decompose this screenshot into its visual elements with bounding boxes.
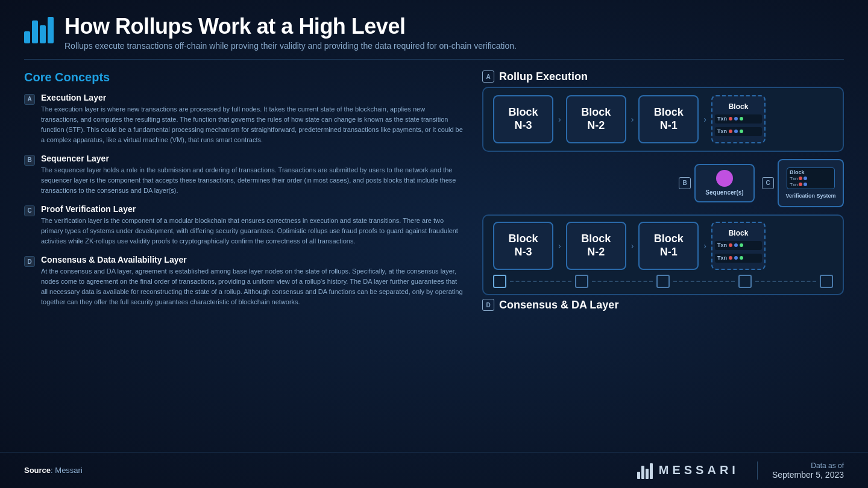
da-txn-label-1: Txn [717,242,727,249]
logo-bar-1 [24,31,30,43]
arrow-2: › [631,114,634,124]
page-title: How Rollups Work at a High Level [64,14,517,39]
da-indicator-2 [575,275,588,288]
verification-box: Block Txn Txn [778,159,844,207]
messari-bar-1 [637,472,640,479]
da-indicator-1 [493,275,506,288]
messari-bars [637,462,653,479]
main-content: Core Concepts A Execution Layer The exec… [24,70,844,444]
da-txn-label-2: Txn [717,255,727,261]
da-area: BlockN-3 › BlockN-2 › BlockN-1 › Block T… [482,214,844,295]
concept-label-c: C [24,205,35,216]
section-bc: B Sequencer(s) C Block [482,159,844,207]
da-block-n3: BlockN-3 [493,222,553,270]
verify-dot-b2 [804,183,807,186]
messari-bar-4 [650,463,653,479]
logo-bar-4 [48,17,54,43]
header: How Rollups Work at a High Level Rollups… [24,14,844,60]
concept-label-a: A [24,94,35,105]
concept-item-b: B Sequencer Layer The sequencer layer ho… [24,154,464,196]
concept-item-a: A Execution Layer The execution layer is… [24,93,464,145]
txn-dot-blue-2 [734,130,738,133]
da-arrow-1: › [558,241,561,251]
concept-content-b: Sequencer Layer The sequencer layer hold… [41,154,464,196]
section-b: B Sequencer(s) [482,159,755,207]
messari-bar-3 [646,469,649,479]
section-c-label: C [762,177,774,189]
concept-content-c: Proof Verification Layer The verificatio… [41,204,464,246]
concept-body-d: At the consensus and DA layer, agreement… [41,266,464,307]
footer-right: MESSARI Data as of September 5, 2023 [637,461,844,480]
da-block-current: Block Txn Txn [711,222,766,270]
concept-body-c: The verification layer is the component … [41,216,464,246]
txn-row-1: Txn [715,114,762,124]
da-block-label: Block [729,229,749,237]
txn-label-2: Txn [717,128,727,135]
section-d-header: D Consensus & DA Layer [482,299,844,311]
concept-heading-d: Consensus & Data Availability Layer [41,255,464,264]
da-line-3 [673,281,735,282]
txn-dot-green-2 [740,130,743,133]
section-d-title: Consensus & DA Layer [499,299,618,311]
concept-content-d: Consensus & Data Availability Layer At t… [41,255,464,307]
current-block-label: Block [729,102,749,111]
da-line-4 [755,281,817,282]
section-b-label: B [679,177,691,189]
concept-label-b: B [24,155,35,166]
concept-body-a: The execution layer is where new transac… [41,104,464,145]
arrow-3: › [703,114,706,124]
footer: Source: Messari MESSARI Data as of Septe… [0,452,868,488]
da-blocks-row: BlockN-3 › BlockN-2 › BlockN-1 › Block T… [493,222,833,270]
concept-label-d: D [24,256,35,267]
da-txn-dot-g1 [740,243,743,247]
footer-date: Data as of September 5, 2023 [757,461,844,480]
sequencer-label: Sequencer(s) [705,189,743,196]
verify-dot-b1 [804,177,807,180]
concept-item-c: C Proof Verification Layer The verificat… [24,204,464,246]
logo-bars [24,17,54,43]
header-text: How Rollups Work at a High Level Rollups… [64,14,517,51]
da-block-n2: BlockN-2 [566,222,626,270]
exec-block-current: Block Txn Txn [711,95,766,143]
core-concepts-title: Core Concepts [24,70,464,84]
da-indicator-5 [820,275,833,288]
concept-body-b: The sequencer layer holds a role in the … [41,165,464,196]
verification-system-label: Verification System [785,193,835,199]
txn-label-1: Txn [717,116,727,122]
da-block-n1: BlockN-1 [638,222,699,270]
messari-bar-2 [641,466,644,479]
verify-dot-r2 [799,183,802,186]
messari-logo: MESSARI [637,462,739,479]
execution-blocks-row: BlockN-3 › BlockN-2 › BlockN-1 › Block T… [493,95,833,143]
concept-item-d: D Consensus & Data Availability Layer At… [24,255,464,307]
da-txn-row-2: Txn [715,254,762,263]
da-line-1 [510,281,571,282]
page-container: How Rollups Work at a High Level Rollups… [0,0,868,488]
verify-txn-label-2: Txn [790,182,797,187]
da-txn-dot-r1 [729,243,732,247]
footer-date-value: September 5, 2023 [772,470,844,480]
section-c: C Block Txn Txn [762,159,844,207]
txn-row-2: Txn [715,127,762,136]
section-d: BlockN-3 › BlockN-2 › BlockN-1 › Block T… [482,214,844,315]
exec-block-n3: BlockN-3 [493,95,553,143]
da-indicator-3 [656,275,670,288]
section-a: A Rollup Execution BlockN-3 › BlockN-2 ›… [482,70,844,152]
logo-bar-2 [32,20,38,43]
logo [24,17,54,43]
da-indicator-4 [738,275,752,288]
da-indicators [493,275,833,288]
verify-txn-1: Txn [790,176,832,181]
concept-heading-a: Execution Layer [41,93,464,102]
da-txn-dot-b1 [734,243,738,247]
concept-heading-b: Sequencer Layer [41,154,464,163]
txn-dot-red-2 [729,130,732,133]
section-d-label: D [482,299,494,311]
txn-dot-red-1 [729,117,732,120]
messari-wordmark: MESSARI [659,463,739,477]
concept-content-a: Execution Layer The execution layer is w… [41,93,464,145]
sequencer-circle [716,170,733,187]
verify-block-title: Block [790,169,832,175]
txn-dot-blue-1 [734,117,738,120]
section-a-title: Rollup Execution [499,70,588,83]
